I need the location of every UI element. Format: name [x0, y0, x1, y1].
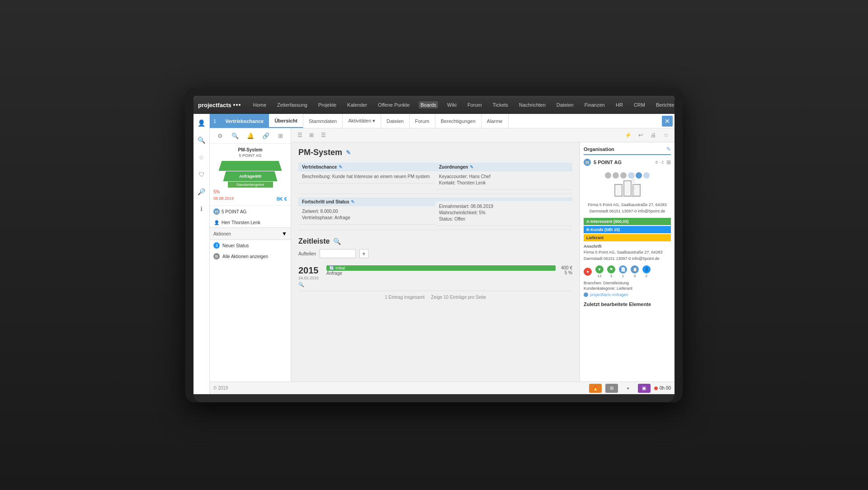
company-name[interactable]: 5 POINT AG	[222, 209, 246, 214]
sidebar-magnify-icon[interactable]: 🔎	[196, 186, 207, 197]
timeline-search-small-icon[interactable]: 🔍	[298, 282, 304, 287]
org-grid-icon[interactable]: ⊞	[666, 159, 671, 165]
toolbar-print-icon[interactable]: 🖨	[648, 130, 658, 140]
org-address: Firma 5 Point AG, Saalbaustraße 27, 6428…	[584, 202, 671, 214]
toolbar-filter-icon[interactable]: ⚡	[623, 130, 633, 140]
nav-zeiterfassung[interactable]: Zeiterfassung	[275, 101, 309, 108]
bottom-bar: © 2019 🔥 ⊞ ● ▣ 0h 00	[210, 382, 675, 394]
timeline-section: Zeitleiste 🔍 Aufteilen +	[298, 237, 572, 303]
panel-grid-icon[interactable]: ⊞	[277, 131, 284, 141]
nav-kalender[interactable]: Kalender	[345, 101, 369, 108]
alle-aktionen-item[interactable]: ⊞ Alle Aktionen anzeigen	[210, 251, 291, 262]
zu-edit-icon[interactable]: ✎	[470, 165, 473, 170]
nav-tickets[interactable]: Tickets	[491, 101, 510, 108]
funnel-container: PM-System 5 POINT AG Anfrage 400 Standar…	[210, 144, 291, 205]
nav-crm[interactable]: CRM	[632, 101, 647, 108]
panel-search-icon[interactable]: 🔍	[230, 131, 240, 141]
toolbar-favorite-icon[interactable]: ☆	[661, 130, 671, 140]
nav-berichte[interactable]: Berichte	[654, 101, 675, 108]
pagination-total: 1 Eintrag insgesamt	[385, 295, 425, 300]
nav-offene-punkte[interactable]: Offene Punkte	[376, 101, 411, 108]
keyaccounter-row: Keyaccounter: Hans Chef	[439, 174, 569, 179]
zielwert-row: Zielwert: 8.000,00	[302, 209, 432, 214]
left-panel: ⚙ 🔍 🔔 🔗 ⊞ PM-System 5 POINT AG	[210, 128, 291, 382]
breadcrumb-title: Vertriebschance	[220, 114, 269, 128]
right-main: ☰ ⊞ ☰ ⚡ ↩ 🖨 ☆	[291, 128, 675, 382]
tab-dateien[interactable]: Dateien	[381, 114, 410, 128]
toolbar-undo-icon[interactable]: ↩	[636, 130, 646, 140]
top-navigation: projectfacts Home Zeiterfassung Projekte…	[193, 96, 675, 114]
fortschritt-right: Einnahmestart: 08.08.2019 Wahrscheinlich…	[435, 198, 572, 230]
toolbar-table-icon[interactable]: ⊞	[307, 130, 316, 140]
vertriebschance-header: Vertriebschance ✎	[298, 163, 435, 171]
panel-share-icon[interactable]: 🔗	[261, 131, 271, 141]
nav-nachrichten[interactable]: Nachrichten	[517, 101, 547, 108]
timeline-amount: 400 €	[561, 265, 572, 270]
tab-forum[interactable]: Forum	[410, 114, 435, 128]
laptop-bottom	[193, 394, 675, 402]
org-header: Organisation ✎	[584, 146, 671, 155]
nav-forum[interactable]: Forum	[466, 101, 484, 108]
sidebar-shield-icon[interactable]: 🛡	[196, 169, 207, 180]
toolbar-left: ☰ ⊞ ☰	[295, 130, 328, 140]
aktionen-expand-icon[interactable]: ▼	[282, 231, 287, 237]
timeline-year: 2015	[298, 265, 321, 276]
pagination-per-page: Zeige 10 Einträge pro Seite	[431, 295, 486, 300]
funnel-company: 5 POINT AG	[239, 153, 262, 158]
title-edit-icon[interactable]: ✎	[346, 149, 351, 156]
nav-projekte[interactable]: Projekte	[316, 101, 338, 108]
sidebar-search-icon[interactable]: 🔍	[196, 135, 207, 146]
org-icons-row: ● ▼ 12 ⚑ 3	[584, 265, 671, 278]
nav-home[interactable]: Home	[251, 101, 268, 108]
pf-dot	[584, 292, 588, 297]
sidebar-user-icon[interactable]: 👤	[196, 118, 207, 128]
logo: projectfacts	[198, 102, 241, 108]
org-title: Organisation	[584, 146, 614, 152]
nav-wiki[interactable]: Wiki	[445, 101, 458, 108]
tab-ubersicht[interactable]: Übersicht	[269, 114, 303, 128]
nav-dateien[interactable]: Dateien	[555, 101, 576, 108]
toolbar-detail-icon[interactable]: ☰	[318, 130, 328, 140]
tab-alarme[interactable]: Alarme	[481, 114, 509, 128]
funnel-date-row: 08.08.2019 8K €	[213, 196, 287, 202]
aufteilen-input[interactable]	[320, 249, 356, 258]
sidebar-star-icon[interactable]: ☆	[196, 152, 207, 163]
zuletzt-header: Zuletzt bearbeitete Elemente	[584, 302, 671, 307]
taskbar-timer: 0h 00	[654, 386, 671, 391]
panel-bell-icon[interactable]: 🔔	[245, 131, 255, 141]
fs-edit-icon[interactable]: ✎	[351, 199, 354, 204]
panel-gear-icon[interactable]: ⚙	[216, 131, 224, 141]
taskbar-dot-btn[interactable]: ●	[622, 384, 634, 393]
tab-berechtigungen[interactable]: Berechtigungen	[435, 114, 481, 128]
toolbar-list-icon[interactable]: ☰	[295, 130, 305, 140]
fortschritt-left: Fortschritt und Status ✎ Zielwert: 8.000…	[298, 198, 435, 230]
tab-stammdaten[interactable]: Stammdaten	[303, 114, 343, 128]
taskbar-grid-btn[interactable]: ⊞	[605, 384, 618, 393]
neuer-status-icon: ℹ	[213, 242, 220, 249]
nav-finanzen[interactable]: Finanzen	[583, 101, 607, 108]
aufteilen-add-button[interactable]: +	[359, 249, 368, 258]
kontakt-row: Kontakt: Thorsten Lenk	[439, 180, 569, 185]
app-area: 👤 🔍 ☆ 🛡 🔎 ℹ 1 Vertriebschance Übersicht …	[193, 114, 675, 394]
org-edit-icon[interactable]: ✎	[666, 146, 671, 152]
neuer-status-item[interactable]: ℹ Neuer Status	[210, 240, 291, 251]
nav-boards[interactable]: Boards	[419, 101, 438, 108]
close-tab-button[interactable]: ✕	[662, 116, 673, 127]
tab-aktivitaten[interactable]: Aktivitäten ▾	[343, 114, 381, 128]
timeline-search-icon[interactable]: 🔍	[333, 238, 341, 245]
taskbar-orange-btn[interactable]: 🔥	[589, 384, 602, 393]
funnel-stage-label: Standardangebot	[228, 182, 273, 188]
content-body: ⚙ 🔍 🔔 🔗 ⊞ PM-System 5 POINT AG	[210, 128, 675, 382]
org-icon-green-3: ⚑ 3	[607, 265, 615, 278]
sidebar-info-icon[interactable]: ℹ	[196, 203, 207, 214]
alle-aktionen-icon: ⊞	[213, 253, 220, 259]
org-company-name[interactable]: 5 POINT AG	[594, 160, 653, 165]
timeline-content: 🔄 Initial Anfrage	[326, 265, 556, 276]
vs-edit-icon[interactable]: ✎	[339, 165, 342, 170]
kundenkategorie-line: Kundenkategorie: Lieferant	[584, 286, 671, 291]
person-name[interactable]: Herr Thorsten Lenk	[222, 220, 260, 225]
taskbar-purple-btn[interactable]: ▣	[638, 384, 651, 393]
zuordnungen-header: Zuordnungen ✎	[435, 163, 572, 171]
nav-hr[interactable]: HR	[614, 101, 625, 108]
pagination-row: 1 Eintrag insgesamt Zeige 10 Einträge pr…	[298, 291, 572, 303]
